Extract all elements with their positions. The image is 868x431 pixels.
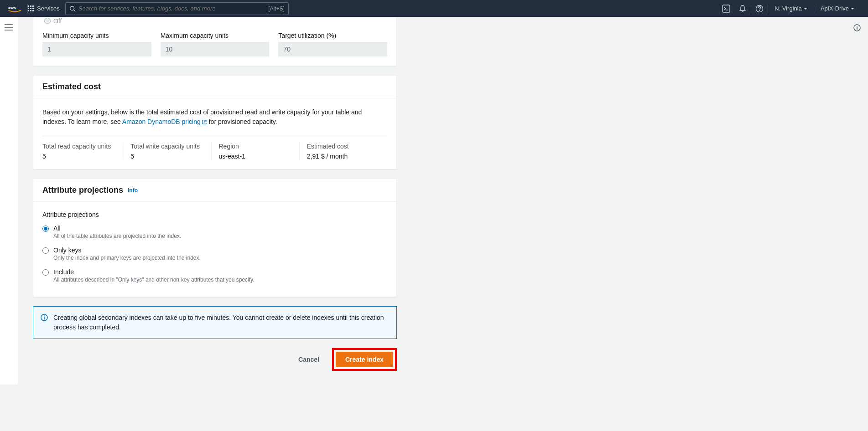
projection-option-all[interactable]: All All of the table attributes are proj…: [42, 222, 387, 244]
cloudshell-icon[interactable]: [718, 0, 734, 17]
create-index-button[interactable]: Create index: [336, 352, 393, 367]
side-nav-toggle-strip: [0, 17, 18, 385]
svg-point-21: [44, 316, 45, 317]
form-actions: Cancel Create index: [33, 348, 397, 385]
svg-rect-3: [32, 5, 34, 7]
option-only-keys-desc: Only the index and primary keys are proj…: [53, 255, 201, 261]
svg-rect-7: [28, 10, 29, 11]
dynamodb-pricing-link[interactable]: Amazon DynamoDB pricing: [122, 118, 207, 125]
svg-rect-25: [857, 27, 858, 30]
aws-logo[interactable]: aws: [7, 5, 22, 13]
option-include-label: Include: [53, 268, 255, 276]
svg-point-15: [759, 10, 760, 11]
write-capacity-value: 5: [130, 153, 203, 160]
region-label: Region: [219, 143, 292, 150]
estimated-cost-label: Estimated cost: [307, 143, 380, 150]
account-menu[interactable]: ApiX-Drive: [814, 0, 861, 17]
hamburger-icon[interactable]: [5, 24, 13, 32]
aws-top-nav: aws Services [Alt+S] N. Virginia ApiX-Dr…: [0, 0, 868, 17]
cancel-button[interactable]: Cancel: [291, 352, 327, 367]
capacity-panel: Off Minimum capacity units Maximum capac…: [33, 17, 397, 66]
read-capacity-label: Total read capacity units: [42, 143, 115, 150]
alert-message: Creating global secondary indexes can ta…: [53, 313, 389, 332]
estimated-cost-panel: Estimated cost Based on your settings, b…: [33, 75, 397, 169]
projection-option-only-keys[interactable]: Only keys Only the index and primary key…: [42, 244, 387, 266]
region-selector[interactable]: N. Virginia: [768, 0, 814, 17]
radio-unselected-icon: [42, 247, 49, 254]
target-utilization-label: Target utilization (%): [278, 32, 387, 39]
projections-info-link[interactable]: Info: [128, 187, 138, 194]
option-all-label: All: [53, 225, 181, 232]
account-label: ApiX-Drive: [821, 5, 849, 12]
search-icon: [69, 5, 76, 12]
cost-summary-grid: Total read capacity units 5 Total write …: [42, 143, 387, 160]
max-capacity-label: Maximum capacity units: [161, 32, 270, 39]
option-include-desc: All attributes described in "Only keys" …: [53, 277, 255, 283]
caret-down-icon: [804, 8, 807, 10]
projections-subheading: Attribute projections: [42, 211, 387, 218]
svg-rect-6: [32, 8, 34, 9]
svg-rect-8: [30, 10, 31, 11]
region-value: us-east-1: [219, 153, 292, 160]
notifications-icon[interactable]: [734, 0, 751, 17]
radio-unselected-icon: [42, 269, 49, 276]
auto-scaling-off-option[interactable]: Off: [44, 17, 387, 25]
info-icon: [41, 314, 48, 332]
svg-rect-9: [32, 10, 34, 11]
min-capacity-input: [42, 42, 151, 56]
grid-icon: [28, 5, 34, 12]
cost-desc-suffix: for provisioned capacity.: [207, 118, 277, 125]
svg-text:aws: aws: [8, 5, 16, 10]
off-label: Off: [53, 17, 62, 25]
global-search[interactable]: [Alt+S]: [65, 2, 289, 15]
attribute-projections-panel: Attribute projections Info Attribute pro…: [33, 179, 397, 297]
svg-point-24: [857, 26, 858, 27]
info-panel-icon[interactable]: [853, 24, 864, 33]
services-label: Services: [37, 5, 60, 12]
read-capacity-value: 5: [42, 153, 115, 160]
search-shortcut: [Alt+S]: [268, 5, 285, 12]
max-capacity-input: [161, 42, 270, 56]
creation-time-alert: Creating global secondary indexes can ta…: [33, 306, 397, 339]
radio-selected-icon: [42, 226, 49, 232]
pricing-link-text: Amazon DynamoDB pricing: [122, 118, 201, 125]
caret-down-icon: [851, 8, 854, 10]
services-menu-button[interactable]: Services: [28, 5, 60, 12]
estimated-cost-heading: Estimated cost: [42, 82, 101, 92]
svg-rect-5: [30, 8, 31, 9]
svg-rect-12: [722, 5, 730, 12]
write-capacity-label: Total write capacity units: [130, 143, 203, 150]
option-only-keys-label: Only keys: [53, 246, 201, 254]
svg-rect-1: [28, 5, 29, 7]
target-utilization-input: [278, 42, 387, 56]
radio-unselected-icon: [44, 18, 51, 24]
projections-heading: Attribute projections: [42, 185, 123, 195]
svg-rect-2: [30, 5, 31, 7]
help-icon[interactable]: [751, 0, 768, 17]
svg-rect-4: [28, 8, 29, 9]
region-label: N. Virginia: [774, 5, 802, 12]
svg-point-10: [70, 6, 74, 10]
estimated-cost-value: 2,91 $ / month: [307, 153, 380, 160]
external-link-icon: [202, 118, 207, 128]
svg-line-19: [204, 120, 206, 123]
svg-line-11: [73, 10, 75, 11]
cost-description: Based on your settings, below is the tot…: [42, 108, 387, 128]
option-all-desc: All of the table attributes are projecte…: [53, 233, 181, 239]
min-capacity-label: Minimum capacity units: [42, 32, 151, 39]
screenshot-highlight: Create index: [332, 348, 397, 371]
svg-rect-22: [44, 317, 45, 320]
projection-option-include[interactable]: Include All attributes described in "Onl…: [42, 266, 387, 287]
search-input[interactable]: [78, 5, 268, 12]
help-panel-toggle-strip: [850, 17, 868, 385]
